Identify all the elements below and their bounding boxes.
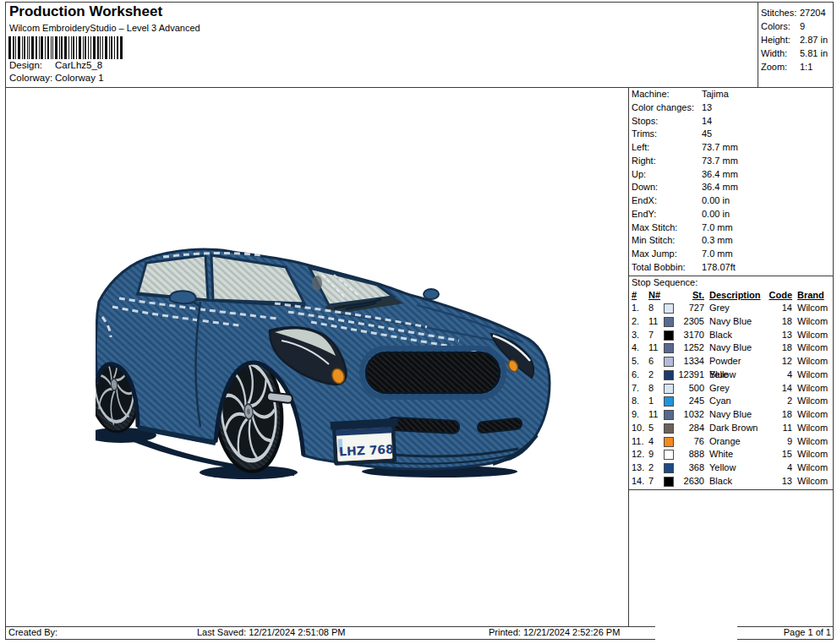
summary-row: Stitches: 27204 <box>761 6 832 19</box>
thread-color-swatch <box>664 450 674 460</box>
thread-brand: Wilcom <box>792 435 828 449</box>
stitch-count: 245 <box>674 395 704 408</box>
thread-code: 18 <box>762 408 792 422</box>
page-border-top <box>5 2 833 3</box>
summary-row: Height: 2.87 in <box>761 33 832 46</box>
thread-color-swatch <box>664 477 674 487</box>
thread-swatch-cell <box>663 422 674 435</box>
summary-row: Width: 5.81 in <box>761 46 832 60</box>
col-header-swatch <box>663 289 674 302</box>
col-header-needle: N# <box>648 289 663 302</box>
machine-info-value: 0.00 in <box>702 194 730 208</box>
stop-sequence-row: 8. 1 245 Cyan 2 Wilcom <box>632 395 831 408</box>
thread-swatch-cell <box>663 395 674 408</box>
thread-swatch-cell <box>663 475 674 488</box>
col-header-description: Description <box>704 289 762 302</box>
thread-brand: Wilcom <box>792 422 828 435</box>
colorway-label: Colorway: <box>9 73 55 83</box>
far-side-mirror <box>424 289 439 299</box>
thread-swatch-cell <box>663 315 674 329</box>
row-number: 2. <box>632 315 648 329</box>
machine-info-row: Min Stitch: 0.3 mm <box>632 234 833 248</box>
summary-row: Zoom: 1:1 <box>761 60 832 74</box>
thread-brand: Wilcom <box>792 329 828 342</box>
design-row: Design: CarLhz5_8 <box>9 60 102 70</box>
thread-description: White <box>704 448 762 461</box>
thread-swatch-cell <box>663 341 674 355</box>
summary-label: Width: <box>761 46 800 60</box>
machine-info-row: Max Jump: 7.0 mm <box>632 248 833 261</box>
machine-info-label: Up: <box>632 168 702 182</box>
thread-code: 11 <box>762 422 792 435</box>
machine-info-row: Max Stitch: 7.0 mm <box>632 221 833 235</box>
thread-brand: Wilcom <box>792 448 828 461</box>
summary-value: 27204 <box>800 6 826 19</box>
machine-info-value: 73.7 mm <box>702 155 738 168</box>
machine-info-row: Stops: 14 <box>632 115 833 128</box>
needle-number: 1 <box>648 395 663 408</box>
stop-sequence-row: 11. 4 76 Orange 9 Wilcom <box>632 435 831 449</box>
printed-label: Printed: 12/21/2024 2:52:26 PM <box>489 627 620 637</box>
machine-info-value: 36.4 mm <box>702 181 738 194</box>
summary-value: 5.81 in <box>800 46 828 60</box>
machine-info-value: 7.0 mm <box>702 221 733 235</box>
needle-number: 2 <box>648 368 663 382</box>
row-number: 3. <box>632 329 648 342</box>
thread-color-swatch <box>664 317 674 327</box>
thread-swatch-cell <box>663 382 674 396</box>
row-number: 13. <box>632 461 648 475</box>
needle-number: 7 <box>648 329 663 342</box>
last-saved-label: Last Saved: 12/21/2024 2:51:08 PM <box>197 627 346 637</box>
row-number: 6. <box>632 368 648 382</box>
app-subtitle: Wilcom EmbroideryStudio – Level 3 Advanc… <box>9 23 200 33</box>
stitch-count: 3170 <box>674 329 704 342</box>
thread-description: Cyan <box>704 395 762 408</box>
machine-info-row: Up: 36.4 mm <box>632 168 833 182</box>
stop-sequence-table: # N# St. Description Code Brand 1. 8 727… <box>632 289 831 488</box>
thread-code: 18 <box>762 315 792 329</box>
machine-info-row: EndY: 0.00 in <box>632 208 833 221</box>
stitch-count: 500 <box>674 382 704 396</box>
stop-sequence-row: 14. 7 2630 Black 13 Wilcom <box>632 475 831 488</box>
needle-number: 7 <box>648 475 663 488</box>
row-number: 1. <box>632 302 648 315</box>
stop-sequence-row: 2. 11 2305 Navy Blue 18 Wilcom <box>632 315 831 329</box>
col-header-num: # <box>632 289 648 302</box>
col-header-stitches: St. <box>674 289 704 302</box>
stop-sequence-row: 4. 11 1252 Navy Blue 18 Wilcom <box>632 341 831 355</box>
thread-brand: Wilcom <box>792 475 828 488</box>
thread-swatch-cell <box>663 435 674 449</box>
machine-info-value: 45 <box>702 128 712 141</box>
needle-number: 2 <box>648 461 663 475</box>
page-title: Production Worksheet <box>9 3 162 20</box>
page-border-bottom-left <box>5 639 655 640</box>
thread-brand: Wilcom <box>792 302 828 315</box>
col-header-code: Code <box>762 289 792 302</box>
needle-number: 11 <box>648 341 663 355</box>
stitch-count: 727 <box>674 302 704 315</box>
thread-code: 9 <box>762 435 792 449</box>
machine-info-label: Min Stitch: <box>632 234 702 248</box>
thread-description: Navy Blue <box>704 341 762 355</box>
barcode-icon <box>8 36 123 63</box>
machine-info-label: Left: <box>632 141 702 155</box>
stop-sequence-title: Stop Sequence: <box>632 277 698 287</box>
thread-color-swatch <box>664 384 674 394</box>
machine-info-value: 13 <box>702 101 712 115</box>
stop-sequence-row: 12. 9 888 White 15 Wilcom <box>632 448 831 461</box>
machine-info-row: Right: 73.7 mm <box>632 155 833 168</box>
thread-description: Navy Blue <box>704 408 762 422</box>
summary-label: Colors: <box>761 19 800 33</box>
machine-info-label: Stops: <box>632 115 702 128</box>
thread-color-swatch <box>664 343 674 353</box>
machine-info-row: Left: 73.7 mm <box>632 141 833 155</box>
row-number: 4. <box>632 341 648 355</box>
thread-color-swatch <box>664 370 674 380</box>
thread-code: 15 <box>762 448 792 461</box>
machine-info-value: 7.0 mm <box>702 248 733 261</box>
thread-swatch-cell <box>663 368 674 382</box>
thread-brand: Wilcom <box>792 368 828 382</box>
thread-color-swatch <box>664 357 674 367</box>
thread-code: 18 <box>762 341 792 355</box>
page-number: Page 1 of 1 <box>784 627 831 637</box>
